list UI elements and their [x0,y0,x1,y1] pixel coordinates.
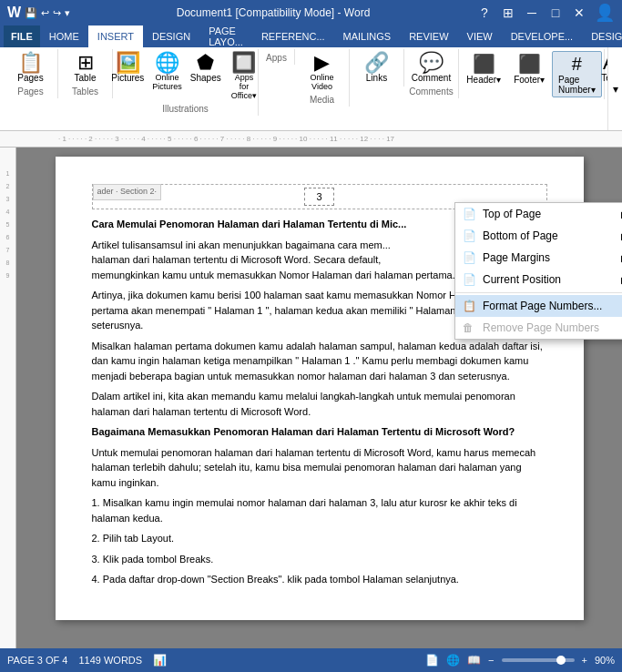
page-number-display: 3 [304,188,333,207]
apps-for-office-btn[interactable]: 🔲 Apps forOffice▾ [226,51,262,102]
tab-developer[interactable]: DEVELOPE... [502,25,582,47]
comment-icon: 💬 [419,53,444,73]
online-pictures-btn[interactable]: 🌐 OnlinePictures [149,51,186,93]
minimize-btn[interactable]: ─ [524,5,540,20]
menu-top-of-page[interactable]: 📄 Top of Page ▶ [455,203,622,225]
online-video-label: OnlineVideo [310,73,333,91]
header-label: Header▾ [466,75,501,85]
remove-page-numbers-icon: 🗑 [463,321,474,334]
online-pictures-label: OnlinePictures [152,73,182,91]
remove-page-numbers-label: Remove Page Numbers [483,321,599,334]
top-of-page-label: Top of Page [483,208,541,220]
tab-home[interactable]: HOME [40,25,88,47]
ribbon-group-tables: ⊞ Table Tables [58,49,113,98]
links-icon: 🔗 [364,53,389,73]
tab-view[interactable]: VIEW [458,25,502,47]
para-10: 3. Klik pada tombol Breaks. [92,552,547,567]
ribbon-scroll-btn[interactable]: ▾ [607,47,622,130]
save-quick-btn[interactable]: 💾 [25,7,37,19]
status-bar-right: 📄 🌐 📖 − + 90% [425,654,615,667]
page-margins-icon: 📄 [463,251,476,264]
pages-btn[interactable]: 📋 Pages [14,51,46,85]
read-mode-icon[interactable]: 📖 [467,654,481,667]
table-icon: ⊞ [77,53,94,73]
word-count-icon: 📊 [153,654,167,667]
ribbon-group-header-footer: ⬛ Header▾ ⬛ Footer▾ # PageNumber▾ [459,49,605,99]
title-bar-controls: ? ⊞ ─ □ ✕ 👤 [476,3,615,23]
word-count: 1149 WORDS [78,655,142,666]
para-4: Misalkan halaman pertama dokumen kamu ad… [92,339,547,384]
links-btn[interactable]: 🔗 Links [361,51,393,85]
menu-page-margins[interactable]: 📄 Page Margins ▶ [455,247,622,269]
ribbon-group-pages: 📋 Pages Pages [4,49,58,98]
tab-references[interactable]: REFERENC... [252,25,334,47]
links-label: Links [366,73,387,83]
tab-file[interactable]: FILE [4,25,40,47]
zoom-thumb[interactable] [556,656,566,665]
pictures-label: Pictures [111,73,144,83]
menu-remove-page-numbers: 🗑 Remove Page Numbers [455,317,622,339]
table-btn[interactable]: ⊞ Table [69,51,102,85]
para-11: 4. Pada daftar drop-down "Section Breaks… [92,572,547,587]
zoom-minus-btn[interactable]: − [488,655,494,666]
menu-bottom-of-page[interactable]: 📄 Bottom of Page ▶ [455,225,622,247]
apps-label: Apps forOffice▾ [229,73,259,100]
menu-current-position[interactable]: 📄 Current Position ▶ [455,269,622,290]
quick-access-toolbar: 💾 ↩ ↪ ▾ [25,7,70,19]
zoom-slider[interactable] [502,658,575,662]
tab-page-layout[interactable]: PAGE LAYO... [199,25,252,47]
web-layout-icon[interactable]: 🌐 [446,654,460,667]
menu-format-page-numbers[interactable]: 📋 Format Page Numbers... [455,295,622,317]
ribbon-toggle-btn[interactable]: ⊞ [500,5,516,20]
user-avatar: 👤 [595,3,615,23]
format-page-numbers-icon: 📋 [463,300,476,312]
tab-mailings[interactable]: MAILINGS [334,25,401,47]
bottom-of-page-icon: 📄 [463,229,476,242]
comment-btn[interactable]: 💬 Comment [408,51,454,85]
redo-quick-btn[interactable]: ↪ [53,7,61,19]
media-group-label: Media [310,93,334,105]
online-video-btn[interactable]: ▶ OnlineVideo [302,51,342,93]
tab-design[interactable]: DESIGN [143,25,199,47]
para-6: Bagaimana Memasukkan Penomoran Halaman d… [92,424,547,440]
help-btn[interactable]: ? [476,5,493,20]
current-position-label: Current Position [483,273,561,286]
title-bar: W 💾 ↩ ↪ ▾ Document1 [Compatibility Mode]… [0,0,622,25]
close-btn[interactable]: ✕ [571,5,587,20]
footer-label: Footer▾ [514,75,545,85]
page-number-dropdown-menu: 📄 Top of Page ▶ 📄 Bottom of Page ▶ 📄 Pag… [454,202,622,340]
header-icon: ⬛ [473,53,495,75]
maximize-btn[interactable]: □ [547,5,564,20]
tab-review[interactable]: REVIEW [400,25,457,47]
zoom-plus-btn[interactable]: + [582,655,587,666]
page-info: PAGE 3 OF 4 [7,655,67,666]
top-of-page-icon: 📄 [463,208,476,220]
shapes-icon: ⬟ [197,53,214,73]
footer-icon: ⬛ [518,53,541,75]
para-5: Dalam artikel ini, kita akan memandu kam… [92,389,547,419]
layout-icon[interactable]: 📄 [425,654,439,667]
shapes-btn[interactable]: ⬟ Shapes [188,51,224,85]
tab-design2[interactable]: DESIGN [582,25,622,47]
status-bar: PAGE 3 OF 4 1149 WORDS 📊 📄 🌐 📖 − + 90% [0,648,622,672]
ribbon-group-illustrations: 🖼️ Pictures 🌐 OnlinePictures ⬟ Shapes 🔲 … [113,49,259,116]
ribbon-content: 📋 Pages Pages ⊞ Table Tables 🖼️ Pictures… [0,47,622,131]
tab-insert[interactable]: INSERT [88,25,143,47]
ribbon-group-apps: Apps [259,49,295,65]
undo-quick-btn[interactable]: ↩ [41,7,49,19]
comments-group-label: Comments [409,85,453,97]
horizontal-ruler: · 1 · · · · · 2 · · · · · 3 · · · · · 4 … [0,131,622,148]
vertical-ruler: 123456789 [0,148,16,648]
section-label: ader · Section 2· [93,184,162,200]
footer-btn[interactable]: ⬛ Footer▾ [508,51,550,87]
word-logo-icon: W [7,5,21,21]
ribbon-group-links: 🔗 Links [350,49,404,87]
header-btn[interactable]: ⬛ Header▾ [461,51,506,87]
apps-group-label: Apps [266,51,287,63]
ribbon-tab-bar: FILE HOME INSERT DESIGN PAGE LAYO... REF… [0,25,622,47]
pictures-btn[interactable]: 🖼️ Pictures [108,51,148,85]
online-pictures-icon: 🌐 [155,53,179,73]
page-number-icon: # [572,54,582,75]
format-page-numbers-label: Format Page Numbers... [483,300,602,312]
page-margins-label: Page Margins [483,251,550,264]
